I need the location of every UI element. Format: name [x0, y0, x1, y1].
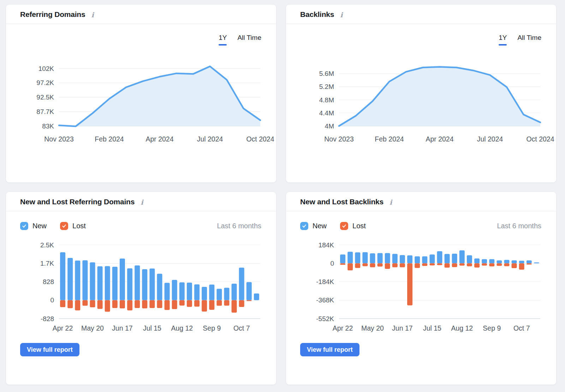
- svg-text:184K: 184K: [319, 241, 334, 249]
- svg-text:5.6M: 5.6M: [319, 70, 334, 77]
- card-title-referring-domains: Referring Domains: [20, 10, 85, 19]
- svg-text:5.2M: 5.2M: [319, 83, 334, 90]
- svg-text:4.8M: 4.8M: [319, 96, 334, 104]
- svg-text:Aug 12: Aug 12: [451, 324, 473, 332]
- checkbox-lost-checked-icon: [340, 222, 348, 230]
- svg-text:-184K: -184K: [316, 278, 334, 285]
- new-lost-referring-domains-card: New and Lost Referring Domains i New Los…: [6, 192, 276, 385]
- svg-text:Feb 2024: Feb 2024: [95, 135, 124, 143]
- svg-text:2.5K: 2.5K: [40, 241, 54, 249]
- period-label: Last 6 months: [217, 222, 261, 230]
- svg-text:Nov 2023: Nov 2023: [44, 135, 73, 143]
- svg-text:May 20: May 20: [81, 324, 104, 332]
- info-icon[interactable]: i: [389, 198, 392, 206]
- tab-1y[interactable]: 1Y: [499, 34, 507, 46]
- checkbox-new-checked-icon: [20, 222, 28, 230]
- svg-text:Sep 9: Sep 9: [483, 324, 501, 332]
- tab-all-time-label: All Time: [237, 34, 261, 42]
- chart-svg: 4M4.4M4.8M5.2M5.6MNov 2023Feb 2024Apr 20…: [290, 58, 551, 146]
- svg-text:Sep 9: Sep 9: [203, 324, 221, 332]
- svg-text:83K: 83K: [42, 122, 54, 130]
- svg-text:Jun 17: Jun 17: [392, 324, 413, 332]
- legend-toggle-lost[interactable]: Lost: [340, 222, 366, 230]
- tab-all-time[interactable]: All Time: [237, 34, 261, 46]
- backlink-analytics-dashboard: Referring Domains i 1Y All Time 83K87.7K…: [0, 0, 565, 392]
- svg-text:4.4M: 4.4M: [319, 109, 334, 117]
- legend-new-label: New: [32, 222, 47, 230]
- svg-text:May 20: May 20: [361, 324, 384, 332]
- svg-text:92.5K: 92.5K: [36, 94, 54, 101]
- svg-text:Oct 7: Oct 7: [233, 324, 250, 332]
- new-lost-backlinks-card: New and Lost Backlinks i New Lost Last 6…: [286, 192, 557, 385]
- legend-new-label: New: [313, 222, 327, 230]
- backlinks-card: Backlinks i 1Y All Time 4M4.4M4.8M5.2M5.…: [286, 4, 557, 183]
- time-range-tabs: 1Y All Time: [286, 34, 541, 46]
- svg-text:Jul 15: Jul 15: [423, 324, 441, 332]
- svg-text:0: 0: [330, 260, 334, 267]
- time-range-tabs: 1Y All Time: [6, 34, 261, 46]
- legend-toggle-lost[interactable]: Lost: [60, 222, 86, 230]
- chart-svg: -82808281.7K2.5KApr 22May 20Jun 17Jul 15…: [10, 238, 271, 334]
- card-header: Referring Domains i: [6, 5, 276, 24]
- svg-text:4M: 4M: [325, 122, 334, 130]
- checkbox-new-checked-icon: [300, 222, 308, 230]
- chart-svg: -552K-368K-184K0184KApr 22May 20Jun 17Ju…: [290, 238, 551, 334]
- svg-text:102K: 102K: [38, 65, 54, 72]
- svg-text:Apr 22: Apr 22: [53, 324, 73, 332]
- svg-text:Aug 12: Aug 12: [171, 324, 193, 332]
- svg-text:Jul 2024: Jul 2024: [197, 135, 223, 143]
- svg-text:Oct 7: Oct 7: [513, 324, 530, 332]
- svg-text:Apr 2024: Apr 2024: [145, 135, 173, 143]
- chart-svg: 83K87.7K92.5K97.2K102KNov 2023Feb 2024Ap…: [10, 58, 271, 146]
- svg-text:-828: -828: [41, 315, 54, 322]
- referring-domains-card: Referring Domains i 1Y All Time 83K87.7K…: [6, 4, 276, 183]
- card-title-new-lost-referring-domains: New and Lost Referring Domains: [20, 198, 135, 206]
- legend-toggle-new[interactable]: New: [300, 222, 327, 230]
- legend-lost-label: Lost: [352, 222, 366, 230]
- view-full-report-button[interactable]: View full report: [300, 343, 359, 356]
- svg-text:0: 0: [50, 296, 54, 304]
- active-tab-underline: [499, 44, 507, 46]
- svg-text:97.2K: 97.2K: [36, 79, 54, 86]
- card-header: New and Lost Backlinks i: [286, 192, 556, 211]
- card-header: New and Lost Referring Domains i: [6, 192, 276, 211]
- svg-text:Nov 2023: Nov 2023: [324, 135, 353, 143]
- card-title-backlinks: Backlinks: [300, 10, 334, 19]
- svg-text:Oct 2024: Oct 2024: [526, 135, 554, 143]
- tab-1y-label: 1Y: [499, 34, 507, 42]
- active-tab-underline: [219, 44, 227, 46]
- new-lost-referring-domains-bar-chart: -82808281.7K2.5KApr 22May 20Jun 17Jul 15…: [10, 238, 276, 334]
- svg-text:828: 828: [43, 278, 54, 285]
- svg-text:Jul 15: Jul 15: [143, 324, 161, 332]
- tab-all-time[interactable]: All Time: [517, 34, 541, 46]
- period-label: Last 6 months: [497, 222, 541, 230]
- legend-row: New Lost Last 6 months: [20, 222, 261, 230]
- svg-text:Jul 2024: Jul 2024: [477, 135, 503, 143]
- svg-text:1.7K: 1.7K: [40, 260, 54, 267]
- tab-1y-label: 1Y: [219, 34, 227, 42]
- info-icon[interactable]: i: [340, 11, 343, 18]
- card-header: Backlinks i: [286, 5, 556, 24]
- card-title-new-lost-backlinks: New and Lost Backlinks: [300, 198, 383, 206]
- svg-text:Feb 2024: Feb 2024: [375, 135, 404, 143]
- svg-text:Apr 22: Apr 22: [333, 324, 353, 332]
- svg-text:87.7K: 87.7K: [36, 108, 54, 115]
- svg-text:Apr 2024: Apr 2024: [426, 135, 453, 143]
- svg-text:Oct 2024: Oct 2024: [246, 135, 274, 143]
- legend-row: New Lost Last 6 months: [300, 222, 541, 230]
- legend-toggle-new[interactable]: New: [20, 222, 47, 230]
- svg-text:-552K: -552K: [316, 315, 334, 322]
- svg-text:-368K: -368K: [316, 296, 334, 304]
- new-lost-backlinks-bar-chart: -552K-368K-184K0184KApr 22May 20Jun 17Ju…: [290, 238, 556, 334]
- backlinks-area-chart: 4M4.4M4.8M5.2M5.6MNov 2023Feb 2024Apr 20…: [290, 58, 556, 146]
- info-icon[interactable]: i: [141, 198, 143, 206]
- checkbox-lost-checked-icon: [60, 222, 68, 230]
- tab-all-time-label: All Time: [517, 34, 541, 42]
- info-icon[interactable]: i: [91, 11, 94, 18]
- referring-domains-area-chart: 83K87.7K92.5K97.2K102KNov 2023Feb 2024Ap…: [10, 58, 276, 146]
- svg-text:Jun 17: Jun 17: [112, 324, 133, 332]
- legend-lost-label: Lost: [72, 222, 86, 230]
- tab-1y[interactable]: 1Y: [219, 34, 227, 46]
- view-full-report-button[interactable]: View full report: [20, 343, 79, 356]
